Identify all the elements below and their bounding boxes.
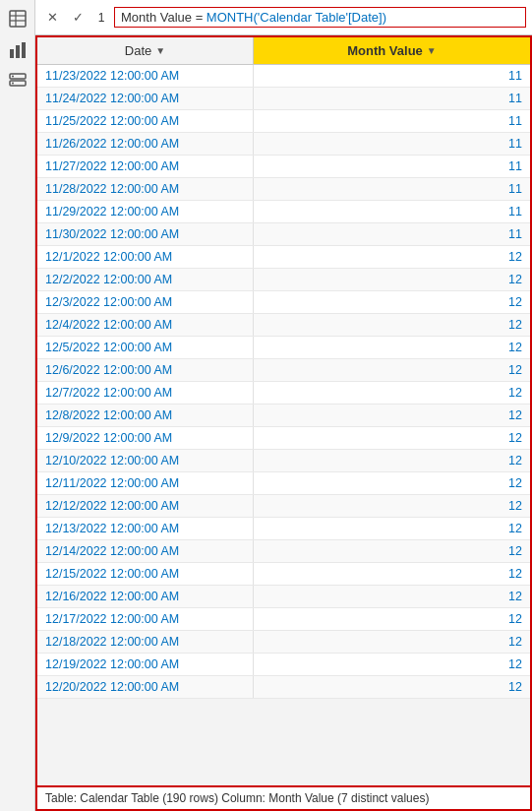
sidebar [0, 0, 35, 811]
cell-month-value: 12 [254, 427, 530, 449]
cell-date: 12/15/2022 12:00:00 AM [37, 563, 254, 585]
table-row: 11/30/2022 12:00:00 AM11 [37, 223, 530, 246]
table-row: 12/9/2022 12:00:00 AM12 [37, 427, 530, 450]
cell-date: 12/19/2022 12:00:00 AM [37, 654, 254, 675]
cell-month-value: 11 [254, 178, 530, 200]
cell-date: 12/13/2022 12:00:00 AM [37, 518, 254, 539]
cell-month-value: 12 [254, 608, 530, 630]
main-area: ✕ ✓ 1 Month Value = MONTH('Calendar Tabl… [35, 0, 532, 811]
month-dropdown-arrow[interactable]: ▼ [427, 45, 437, 56]
cell-date: 12/17/2022 12:00:00 AM [37, 608, 254, 630]
cell-month-value: 12 [254, 405, 530, 426]
chart-icon[interactable] [7, 39, 29, 61]
cell-date: 11/28/2022 12:00:00 AM [37, 178, 254, 200]
cell-month-value: 12 [254, 631, 530, 653]
cell-date: 12/5/2022 12:00:00 AM [37, 337, 254, 358]
table-row: 12/6/2022 12:00:00 AM12 [37, 359, 530, 382]
cell-month-value: 12 [254, 450, 530, 471]
table-row: 12/18/2022 12:00:00 AM12 [37, 631, 530, 654]
cell-month-value: 12 [254, 269, 530, 290]
table-row: 12/10/2022 12:00:00 AM12 [37, 450, 530, 472]
svg-rect-5 [16, 45, 20, 58]
cell-date: 12/9/2022 12:00:00 AM [37, 427, 254, 449]
cell-date: 11/29/2022 12:00:00 AM [37, 201, 254, 222]
cell-month-value: 11 [254, 110, 530, 132]
table-row: 12/13/2022 12:00:00 AM12 [37, 518, 530, 540]
cell-date: 12/8/2022 12:00:00 AM [37, 405, 254, 426]
cell-month-value: 11 [254, 201, 530, 222]
cell-date: 11/23/2022 12:00:00 AM [37, 65, 254, 87]
cell-month-value: 12 [254, 540, 530, 562]
cell-month-value: 11 [254, 88, 530, 109]
cell-date: 12/18/2022 12:00:00 AM [37, 631, 254, 653]
cell-month-value: 12 [254, 654, 530, 675]
row-number: 1 [94, 11, 108, 25]
cell-date: 12/3/2022 12:00:00 AM [37, 291, 254, 313]
cell-date: 12/12/2022 12:00:00 AM [37, 495, 254, 517]
svg-point-9 [12, 76, 14, 78]
table-row: 12/8/2022 12:00:00 AM12 [37, 405, 530, 427]
cell-month-value: 12 [254, 495, 530, 517]
table-row: 12/15/2022 12:00:00 AM12 [37, 563, 530, 586]
month-column-header[interactable]: Month Value ▼ [254, 37, 530, 64]
month-column-label: Month Value [347, 43, 423, 58]
cell-date: 12/7/2022 12:00:00 AM [37, 382, 254, 404]
cell-date: 12/2/2022 12:00:00 AM [37, 269, 254, 290]
cell-month-value: 12 [254, 472, 530, 494]
table-row: 12/2/2022 12:00:00 AM12 [37, 269, 530, 291]
table-row: 12/16/2022 12:00:00 AM12 [37, 586, 530, 608]
table-row: 11/26/2022 12:00:00 AM11 [37, 133, 530, 156]
cell-month-value: 11 [254, 156, 530, 177]
table-row: 12/7/2022 12:00:00 AM12 [37, 382, 530, 405]
table-row: 11/25/2022 12:00:00 AM11 [37, 110, 530, 133]
data-table: Date ▼ Month Value ▼ 11/23/2022 12:00:00… [35, 35, 532, 787]
cell-date: 12/16/2022 12:00:00 AM [37, 586, 254, 607]
cell-month-value: 12 [254, 337, 530, 358]
cell-month-value: 12 [254, 291, 530, 313]
table-row: 11/24/2022 12:00:00 AM11 [37, 88, 530, 110]
svg-rect-0 [10, 11, 26, 27]
data-icon[interactable] [7, 71, 29, 93]
table-icon[interactable] [7, 8, 29, 30]
cell-month-value: 12 [254, 518, 530, 539]
cell-date: 12/14/2022 12:00:00 AM [37, 540, 254, 562]
cell-month-value: 11 [254, 223, 530, 245]
svg-point-10 [12, 83, 14, 85]
cell-month-value: 12 [254, 563, 530, 585]
cell-date: 11/27/2022 12:00:00 AM [37, 156, 254, 177]
status-text: Table: Calendar Table (190 rows) Column:… [45, 791, 429, 805]
table-row: 12/19/2022 12:00:00 AM12 [37, 654, 530, 676]
date-column-header[interactable]: Date ▼ [37, 37, 254, 64]
cell-month-value: 11 [254, 133, 530, 155]
table-header: Date ▼ Month Value ▼ [37, 37, 530, 65]
table-row: 11/29/2022 12:00:00 AM11 [37, 201, 530, 223]
table-row: 12/14/2022 12:00:00 AM12 [37, 540, 530, 563]
table-body: 11/23/2022 12:00:00 AM1111/24/2022 12:00… [37, 65, 530, 785]
date-dropdown-arrow[interactable]: ▼ [155, 45, 165, 56]
cell-date: 12/1/2022 12:00:00 AM [37, 246, 254, 268]
cell-date: 11/30/2022 12:00:00 AM [37, 223, 254, 245]
cell-date: 12/10/2022 12:00:00 AM [37, 450, 254, 471]
cell-month-value: 12 [254, 586, 530, 607]
cell-month-value: 12 [254, 246, 530, 268]
cell-month-value: 12 [254, 676, 530, 698]
table-row: 12/12/2022 12:00:00 AM12 [37, 495, 530, 518]
cell-date: 11/24/2022 12:00:00 AM [37, 88, 254, 109]
table-row: 12/5/2022 12:00:00 AM12 [37, 337, 530, 359]
cell-month-value: 12 [254, 359, 530, 381]
cell-date: 12/20/2022 12:00:00 AM [37, 676, 254, 698]
table-row: 11/23/2022 12:00:00 AM11 [37, 65, 530, 88]
confirm-button[interactable]: ✓ [67, 7, 89, 29]
cell-month-value: 11 [254, 65, 530, 87]
cell-date: 11/25/2022 12:00:00 AM [37, 110, 254, 132]
table-row: 12/4/2022 12:00:00 AM12 [37, 314, 530, 337]
table-row: 11/28/2022 12:00:00 AM11 [37, 178, 530, 201]
table-row: 12/17/2022 12:00:00 AM12 [37, 608, 530, 631]
cell-month-value: 12 [254, 314, 530, 336]
formula-static-text: Month Value = [121, 10, 207, 25]
cancel-button[interactable]: ✕ [41, 7, 63, 29]
svg-rect-6 [22, 42, 26, 58]
formula-input[interactable]: Month Value = MONTH('Calendar Table'[Dat… [114, 7, 526, 28]
cell-date: 12/4/2022 12:00:00 AM [37, 314, 254, 336]
table-row: 12/11/2022 12:00:00 AM12 [37, 472, 530, 495]
